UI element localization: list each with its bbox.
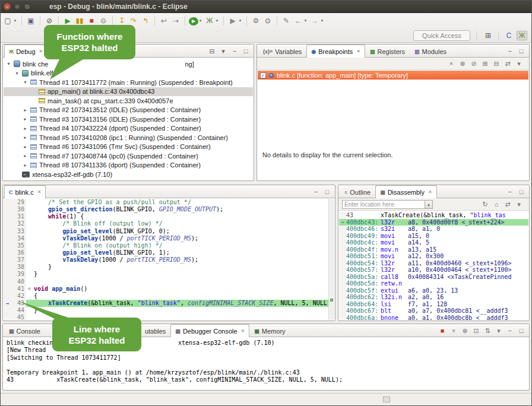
run-icon-caret[interactable]: ▾: [198, 16, 203, 26]
collapse-all-icon[interactable]: ⊟: [208, 47, 216, 55]
remove-breakpoint-icon[interactable]: ×: [447, 59, 455, 68]
suspend-icon[interactable]: ▮▮: [74, 16, 85, 26]
disassembly-line[interactable]: 400dbc57:l32ra10, 0x400d0464 <_stext+110…: [339, 267, 528, 274]
home-pc-icon[interactable]: ⌂: [492, 200, 501, 208]
code-text[interactable]: gpio_set_level(BLINK_GPIO, 0);: [33, 228, 329, 235]
line-number[interactable]: 34: [11, 235, 26, 242]
close-tab-icon[interactable]: ✕: [241, 328, 245, 334]
back-icon-caret[interactable]: ▾: [303, 16, 308, 26]
disassembly-line[interactable]: 400dbc4c:movia14, 5: [339, 239, 528, 246]
scroll-lock-icon[interactable]: ⇅: [483, 326, 492, 335]
skip-all-breakpoints-icon[interactable]: ⊘: [44, 16, 55, 26]
forward-icon[interactable]: →: [309, 16, 320, 26]
debug-tree-item[interactable]: app_main() at blink.c:43 0x400dbc43: [4, 87, 253, 97]
external-tools-icon-caret[interactable]: ▾: [238, 16, 243, 26]
line-number[interactable]: 33: [11, 228, 26, 235]
line-number[interactable]: 30: [11, 206, 26, 213]
link-with-active-context-icon[interactable]: ⇄: [504, 200, 512, 208]
c-cpp-perspective-icon[interactable]: C: [504, 31, 514, 40]
maximize-view-icon[interactable]: □: [242, 47, 250, 55]
close-tab-icon[interactable]: ✕: [39, 49, 43, 54]
tab-registers[interactable]: ▤Registers: [365, 45, 410, 57]
breakpoint-checkbox[interactable]: ✓: [260, 72, 266, 78]
line-number[interactable]: 32: [11, 220, 26, 227]
code-text[interactable]: /* Set the GPIO as a push/pull output */: [33, 199, 329, 206]
overview-ruler-marker[interactable]: [330, 299, 333, 302]
search-icon[interactable]: ⊙: [262, 16, 273, 26]
maximize-view-icon[interactable]: □: [517, 47, 525, 55]
code-text[interactable]: }: [33, 264, 329, 271]
new-wizard-icon[interactable]: ▢: [2, 16, 13, 26]
debug-icon-caret[interactable]: ▾: [214, 16, 220, 26]
maximize-view-icon[interactable]: □: [323, 188, 331, 196]
line-number[interactable]: 29: [11, 199, 26, 206]
forward-icon-caret[interactable]: ▾: [319, 16, 325, 26]
debug-view-menu-icon[interactable]: ▾: [219, 47, 227, 55]
external-tools-icon[interactable]: ▶: [227, 16, 238, 26]
minimize-view-icon[interactable]: −: [230, 47, 239, 55]
window-close-button[interactable]: ×: [4, 3, 11, 10]
code-text[interactable]: while(1) {: [33, 213, 329, 220]
tab-outline[interactable]: ≡Outline: [340, 186, 375, 198]
line-number[interactable]: 39: [11, 271, 26, 278]
clear-console-icon[interactable]: ⊡: [472, 326, 480, 335]
maximize-view-icon[interactable]: □: [517, 326, 525, 335]
debug-tree-item[interactable]: ▸Thread #8 1073411336 (dport) (Suspended…: [4, 161, 253, 170]
collapse-arrow-icon[interactable]: ▾: [23, 80, 28, 85]
disassembly-location-input[interactable]: [342, 200, 425, 209]
skip-all-breakpoints-icon[interactable]: ⊘: [470, 59, 478, 68]
disassembly-line[interactable]: 400dbc4f:mov.na13, a15: [339, 246, 528, 253]
disassembly-line[interactable]: 400dbc64:lsif7, a1, 128: [339, 301, 528, 308]
close-tab-icon[interactable]: ✕: [428, 189, 432, 195]
disassembly-listing[interactable]: 43xTaskCreate(&blink_task, "blink_tas→40…: [339, 212, 528, 320]
expand-arrow-icon[interactable]: ▸: [23, 163, 28, 168]
tab-debug[interactable]: ЖDebug✕: [4, 45, 48, 58]
save-icon[interactable]: ▣: [26, 16, 36, 26]
expand-arrow-icon[interactable]: ▸: [23, 126, 28, 131]
disassembly-view-menu-icon[interactable]: ▾: [515, 200, 523, 208]
collapse-all-icon[interactable]: ⊟: [492, 59, 501, 68]
expand-arrow-icon[interactable]: ▸: [23, 135, 28, 140]
debug-tree-item[interactable]: main_task() at cpu_start.c:339 0x400d057…: [4, 96, 253, 106]
line-number[interactable]: 36: [11, 249, 26, 256]
drop-to-frame-icon[interactable]: ↩: [159, 16, 169, 26]
line-number[interactable]: 40: [11, 278, 26, 286]
expand-arrow-icon[interactable]: ▸: [23, 153, 28, 158]
collapse-arrow-icon[interactable]: ▾: [14, 71, 20, 76]
back-icon[interactable]: ←: [293, 16, 303, 26]
fold-collapse-icon[interactable]: ⊖: [26, 286, 33, 293]
window-minimize-button[interactable]: −: [14, 3, 21, 10]
line-number[interactable]: 41: [11, 286, 26, 293]
remove-all-launches-icon[interactable]: ⊗: [461, 326, 469, 335]
minimize-view-icon[interactable]: −: [312, 188, 320, 196]
disassembly-line[interactable]: 400dbc6a:bnonea0, a1, 0x400dbc8b <__addd…: [339, 315, 528, 321]
instruction-stepping-icon[interactable]: ⇢: [170, 16, 181, 26]
code-text[interactable]: }: [33, 271, 329, 278]
remove-all-breakpoints-icon[interactable]: ⊗: [458, 59, 467, 68]
tab-variables[interactable]: (x)=Variables: [258, 45, 306, 57]
disconnect-icon[interactable]: ⊝: [98, 16, 109, 26]
tab-debugger-console[interactable]: ▤Debugger Console✕: [170, 324, 249, 337]
last-edit-location-icon[interactable]: ✎: [281, 16, 292, 26]
build-icon[interactable]: ⚙: [251, 16, 261, 26]
tab-disassembly[interactable]: ▦Disassembly✕: [375, 185, 437, 198]
titlebar[interactable]: × − □ esp - Debug - blink/main/blink.c -…: [0, 0, 532, 13]
debug-perspective-icon[interactable]: Ж: [517, 31, 527, 40]
debug-tree-item[interactable]: ▸Thread #5 1073410208 (ipc1 : Running) (…: [4, 133, 253, 142]
disassembly-line[interactable]: 400dbc5a:call80x40084314 <xTaskCreatePin…: [339, 274, 528, 281]
tab-breakpoints[interactable]: ◉Breakpoints✕: [306, 45, 365, 58]
code-text[interactable]: /* Blink on (output high) */: [33, 242, 329, 249]
breakpoint-item[interactable]: ✓ blink.c [function: app_main] [type: Te…: [258, 71, 528, 80]
terminate-icon[interactable]: ■: [438, 326, 446, 335]
tab-modules[interactable]: ▥Modules: [410, 45, 451, 57]
disassembly-line[interactable]: →400dbc43:l32ra8, 0x400d00f8 <_stext+224…: [339, 219, 528, 226]
code-text[interactable]: gpio_set_level(BLINK_GPIO, 1);: [33, 249, 329, 256]
debug-tree-item[interactable]: ▸Thread #4 1073432224 (dport) (Suspended…: [4, 124, 253, 134]
quick-access-button[interactable]: Quick Access: [413, 30, 470, 41]
window-maximize-button[interactable]: □: [24, 3, 31, 10]
run-icon[interactable]: ▶: [189, 17, 198, 26]
console-view-menu-icon[interactable]: ▾: [495, 326, 503, 335]
refresh-view-icon[interactable]: ↻: [481, 200, 489, 208]
disassembly-line[interactable]: 400dbc46:s32ia8, a1, 0: [339, 226, 528, 233]
minimize-view-icon[interactable]: −: [506, 47, 514, 55]
